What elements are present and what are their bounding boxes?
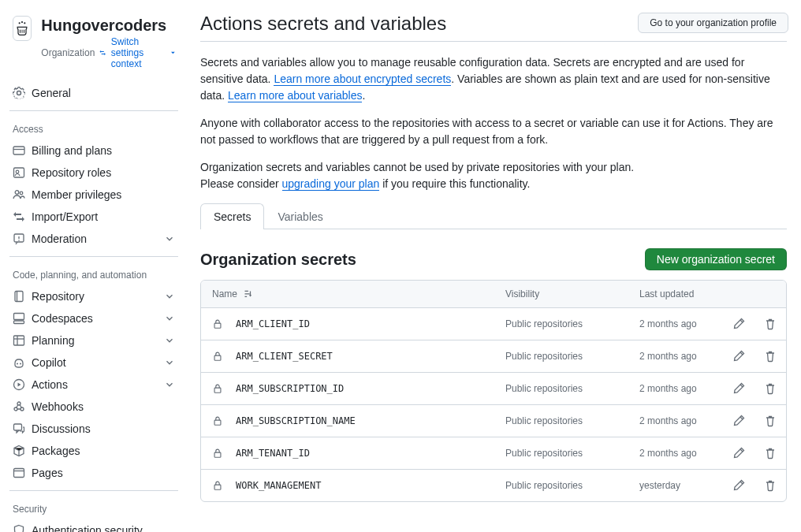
col-name-header[interactable]: Name [212, 288, 237, 299]
nav-item-repository[interactable]: Repository [6, 285, 181, 307]
nav-item-pages[interactable]: Pages [6, 462, 181, 484]
org-header: Hungovercoders Organization Switch setti… [6, 13, 181, 82]
svg-rect-19 [14, 336, 24, 345]
nav-general[interactable]: General [6, 82, 181, 104]
svg-point-2 [24, 22, 25, 24]
browser-icon [13, 467, 25, 479]
report-icon [13, 233, 25, 245]
nav-item-moderation[interactable]: Moderation [6, 228, 181, 250]
lock-icon [212, 351, 223, 362]
section-title: Organization secrets [200, 251, 356, 269]
nav-item-actions[interactable]: Actions [6, 374, 181, 396]
nav-item-authentication-security[interactable]: Authentication security [6, 519, 181, 532]
learn-secrets-link[interactable]: Learn more about encrypted secrets [274, 73, 451, 86]
swap-icon [13, 210, 25, 223]
edit-button[interactable] [732, 447, 745, 459]
pencil-icon [732, 318, 745, 330]
org-name: Hungovercoders [41, 16, 175, 35]
nav-item-planning[interactable]: Planning [6, 329, 181, 352]
secret-name: ARM_SUBSCRIPTION_ID [236, 383, 344, 394]
go-to-profile-button[interactable]: Go to your organization profile [638, 13, 788, 33]
codespaces-icon [13, 312, 25, 325]
delete-button[interactable] [764, 382, 777, 395]
secret-updated: yesterday [628, 471, 723, 500]
main-content: Actions secrets and variables Secrets an… [181, 0, 796, 532]
nav-heading: Security [6, 497, 181, 519]
svg-point-0 [19, 22, 20, 24]
svg-point-1 [21, 21, 23, 23]
delete-button[interactable] [764, 479, 777, 492]
discussion-icon [13, 422, 25, 435]
edit-button[interactable] [732, 318, 745, 330]
chevron-down-icon [164, 379, 175, 390]
pencil-icon [732, 447, 745, 459]
nav-item-member-privileges[interactable]: Member privileges [6, 184, 181, 206]
trash-icon [764, 318, 777, 330]
people-icon [13, 188, 25, 201]
svg-point-10 [15, 191, 19, 195]
edit-button[interactable] [732, 350, 745, 363]
svg-point-9 [16, 170, 19, 173]
edit-button[interactable] [732, 415, 745, 427]
svg-rect-35 [214, 323, 221, 328]
nav-item-import-export[interactable]: Import/Export [6, 206, 181, 228]
secret-visibility: Public repositories [494, 438, 628, 468]
edit-button[interactable] [732, 479, 745, 492]
lock-icon [212, 318, 223, 329]
svg-rect-39 [214, 452, 221, 457]
secret-name: ARM_CLIENT_ID [236, 318, 310, 329]
trash-icon [764, 382, 777, 395]
secret-name: ARM_CLIENT_SECRET [236, 351, 333, 362]
card-icon [13, 144, 25, 157]
secrets-table: Name Visibility Last updated ARM_CLIENT_… [200, 280, 787, 502]
svg-point-23 [20, 363, 21, 365]
svg-rect-36 [214, 355, 221, 360]
delete-button[interactable] [764, 350, 777, 363]
nav-item-billing-and-plans[interactable]: Billing and plans [6, 140, 181, 162]
new-secret-button[interactable]: New organization secret [645, 248, 787, 270]
pencil-icon [732, 382, 745, 395]
chevron-down-icon [164, 335, 175, 346]
delete-button[interactable] [764, 415, 777, 427]
org-avatar [13, 16, 32, 41]
nav-heading: Code, planning, and automation [6, 263, 181, 285]
sort-icon[interactable] [242, 288, 253, 299]
secret-visibility: Public repositories [494, 341, 628, 371]
svg-rect-38 [214, 420, 221, 425]
table-row: ARM_CLIENT_IDPublic repositories2 months… [201, 308, 786, 340]
intro-text: Secrets and variables allow you to manag… [200, 54, 787, 192]
pencil-icon [732, 479, 745, 492]
edit-button[interactable] [732, 382, 745, 395]
nav-item-webhooks[interactable]: Webhooks [6, 396, 181, 418]
table-icon [13, 334, 25, 347]
svg-point-25 [14, 407, 17, 411]
nav-item-codespaces[interactable]: Codespaces [6, 307, 181, 329]
nav-item-repository-roles[interactable]: Repository roles [6, 162, 181, 184]
svg-rect-29 [14, 469, 24, 478]
nav-item-discussions[interactable]: Discussions [6, 418, 181, 440]
table-row: ARM_SUBSCRIPTION_IDPublic repositories2 … [201, 373, 786, 405]
table-row: ARM_TENANT_IDPublic repositories2 months… [201, 437, 786, 470]
svg-rect-17 [14, 314, 24, 320]
delete-button[interactable] [764, 318, 777, 330]
package-icon [13, 445, 25, 457]
nav-item-packages[interactable]: Packages [6, 440, 181, 462]
chevron-down-icon [164, 233, 175, 244]
trash-icon [764, 479, 777, 492]
trash-icon [764, 415, 777, 427]
upgrade-plan-link[interactable]: upgrading your plan [282, 177, 380, 191]
tab-variables[interactable]: Variables [264, 203, 336, 229]
gear-icon [13, 87, 25, 99]
repo-icon [13, 290, 25, 303]
nav-item-copilot[interactable]: Copilot [6, 352, 181, 374]
shield-icon [13, 524, 25, 532]
secret-updated: 2 months ago [628, 374, 723, 404]
roles-icon [13, 166, 25, 179]
table-row: ARM_CLIENT_SECRETPublic repositories2 mo… [201, 340, 786, 373]
learn-variables-link[interactable]: Learn more about variables [228, 89, 362, 102]
delete-button[interactable] [764, 447, 777, 459]
tab-secrets[interactable]: Secrets [200, 203, 264, 229]
org-avatar-icon [14, 20, 30, 36]
switch-context-link[interactable]: Switch settings context [111, 36, 175, 69]
secret-name: WORK_MANAGEMENT [236, 480, 321, 491]
